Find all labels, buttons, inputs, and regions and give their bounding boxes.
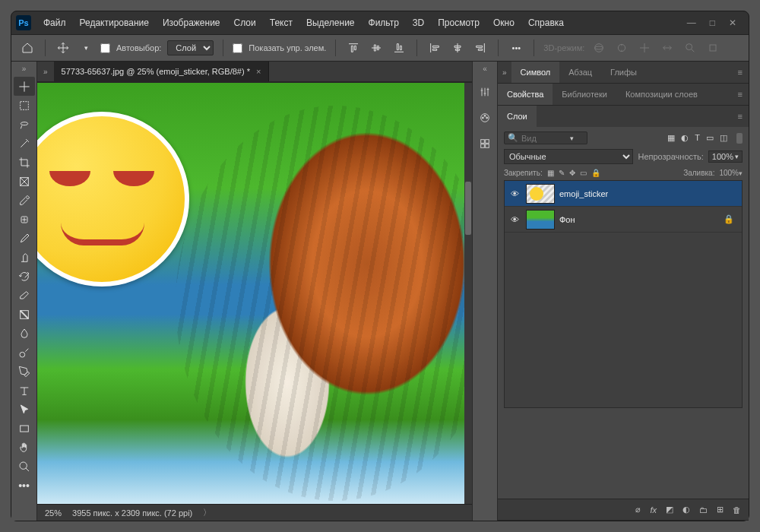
- align-top-icon[interactable]: [345, 40, 362, 56]
- visibility-toggle-icon[interactable]: 👁: [508, 189, 521, 198]
- tab-character[interactable]: Символ: [511, 62, 560, 83]
- lock-position-icon[interactable]: ✥: [569, 169, 575, 177]
- adjustments-icon[interactable]: [476, 83, 494, 101]
- layer-filter-input[interactable]: [521, 134, 567, 143]
- new-layer-icon[interactable]: ⊞: [717, 505, 724, 515]
- emoji-sticker-layer[interactable]: [37, 112, 189, 287]
- panel-menu-icon[interactable]: ≡: [732, 68, 749, 77]
- menu-select[interactable]: Выделение: [300, 14, 361, 31]
- clone-stamp-tool[interactable]: [14, 248, 35, 267]
- panel-expand-icon[interactable]: »: [498, 68, 511, 77]
- panel-menu-icon[interactable]: ≡: [732, 112, 749, 121]
- 3d-orbit-icon[interactable]: [591, 40, 607, 56]
- lock-artboard-icon[interactable]: ▭: [580, 169, 587, 177]
- crop-tool[interactable]: [14, 153, 35, 172]
- 3d-light-icon[interactable]: [705, 40, 721, 56]
- frame-tool[interactable]: [14, 172, 35, 191]
- menu-text[interactable]: Текст: [264, 14, 299, 31]
- brush-tool[interactable]: [14, 229, 35, 248]
- align-left-icon[interactable]: [426, 40, 443, 56]
- filter-type-icon[interactable]: T: [695, 133, 700, 143]
- align-right-icon[interactable]: [472, 40, 489, 56]
- menu-image[interactable]: Изображение: [157, 14, 226, 31]
- align-hcenter-icon[interactable]: [449, 40, 466, 56]
- menu-window[interactable]: Окно: [487, 14, 521, 31]
- lock-icon[interactable]: 🔒: [724, 214, 739, 224]
- move-tool-icon[interactable]: [55, 40, 71, 56]
- menu-help[interactable]: Справка: [522, 14, 570, 31]
- chevron-down-icon[interactable]: ▾: [570, 135, 574, 142]
- menu-layers[interactable]: Слои: [228, 14, 262, 31]
- auto-select-checkbox[interactable]: [100, 43, 110, 53]
- lock-pixels-icon[interactable]: ▦: [547, 169, 554, 177]
- minimize-button[interactable]: —: [687, 17, 696, 28]
- filter-smart-icon[interactable]: ◫: [720, 133, 727, 143]
- tab-libraries[interactable]: Библиотеки: [553, 84, 616, 105]
- magic-wand-tool[interactable]: [14, 134, 35, 153]
- tab-layers[interactable]: Слои: [498, 106, 537, 127]
- layer-row[interactable]: 👁 emoji_sticker: [505, 181, 742, 207]
- opacity-input[interactable]: 100%▾: [708, 150, 743, 163]
- close-tab-icon[interactable]: ×: [256, 67, 261, 76]
- pen-tool[interactable]: [14, 362, 35, 381]
- zoom-tool[interactable]: [14, 457, 35, 476]
- delete-layer-icon[interactable]: 🗑: [733, 505, 741, 515]
- menu-file[interactable]: Файл: [37, 14, 72, 31]
- healing-brush-tool[interactable]: [14, 210, 35, 229]
- adjustment-layer-icon[interactable]: ◐: [682, 505, 690, 515]
- show-controls-checkbox[interactable]: [233, 43, 242, 53]
- more-tools-icon[interactable]: •••: [14, 476, 35, 495]
- fill-input[interactable]: 100%▾: [719, 169, 743, 177]
- align-vcenter-icon[interactable]: [368, 40, 385, 56]
- history-brush-tool[interactable]: [14, 267, 35, 286]
- link-layers-icon[interactable]: ⌀: [635, 505, 641, 515]
- rectangle-tool[interactable]: [14, 419, 35, 438]
- filter-toggle[interactable]: [736, 133, 743, 144]
- move-tool[interactable]: [14, 77, 35, 96]
- maximize-button[interactable]: □: [710, 17, 715, 28]
- 3d-pan-icon[interactable]: [636, 40, 653, 56]
- chevron-down-icon[interactable]: ▾: [78, 40, 94, 56]
- tab-properties[interactable]: Свойства: [498, 84, 553, 105]
- canvas-area[interactable]: 25% 3955 пикс. x 2309 пикс. (72 ppi) 〉: [37, 81, 472, 521]
- marquee-tool[interactable]: [14, 96, 35, 115]
- filter-adjustment-icon[interactable]: ◐: [681, 133, 689, 143]
- zoom-level[interactable]: 25%: [45, 508, 62, 518]
- visibility-toggle-icon[interactable]: 👁: [508, 215, 521, 224]
- layer-name[interactable]: emoji_sticker: [559, 189, 608, 198]
- align-bottom-icon[interactable]: [391, 40, 407, 56]
- layer-filter-dropdown[interactable]: 🔍 ▾: [504, 131, 587, 144]
- layer-thumbnail[interactable]: [526, 210, 555, 230]
- 3d-zoom-icon[interactable]: [682, 40, 698, 56]
- tab-glyphs[interactable]: Глифы: [601, 62, 646, 83]
- tab-paragraph[interactable]: Абзац: [559, 62, 601, 83]
- menu-filter[interactable]: Фильтр: [363, 14, 405, 31]
- hand-tool[interactable]: [14, 438, 35, 457]
- blend-mode-select[interactable]: Обычные: [504, 149, 633, 164]
- patterns-icon[interactable]: [476, 135, 494, 153]
- swatches-icon[interactable]: [476, 109, 494, 127]
- layer-thumbnail[interactable]: [526, 184, 555, 204]
- layer-row[interactable]: 👁 Фон 🔒: [505, 207, 742, 233]
- close-button[interactable]: ✕: [729, 17, 736, 28]
- panel-menu-icon[interactable]: ≡: [732, 90, 749, 99]
- eraser-tool[interactable]: [14, 286, 35, 305]
- lasso-tool[interactable]: [14, 115, 35, 134]
- eyedropper-tool[interactable]: [14, 191, 35, 210]
- vertical-scrollbar[interactable]: [464, 83, 472, 504]
- tab-layer-comps[interactable]: Композиции слоев: [616, 84, 707, 105]
- expand-panels-icon[interactable]: «: [483, 65, 487, 75]
- 3d-slide-icon[interactable]: [659, 40, 676, 56]
- collapse-tabs-icon[interactable]: »: [37, 68, 54, 76]
- blur-tool[interactable]: [14, 324, 35, 343]
- expand-tools-icon[interactable]: »: [22, 65, 27, 75]
- home-icon[interactable]: [19, 40, 36, 56]
- lock-all-icon[interactable]: 🔒: [591, 169, 600, 177]
- menu-view[interactable]: Просмотр: [432, 14, 486, 31]
- auto-select-target[interactable]: Слой: [167, 40, 214, 55]
- menu-3d[interactable]: 3D: [407, 14, 430, 31]
- lock-paint-icon[interactable]: ✎: [559, 169, 565, 177]
- type-tool[interactable]: [14, 381, 35, 400]
- document-tab[interactable]: 57733-65637.jpg @ 25% (emoji_sticker, RG…: [54, 62, 270, 81]
- status-more-icon[interactable]: 〉: [203, 507, 211, 518]
